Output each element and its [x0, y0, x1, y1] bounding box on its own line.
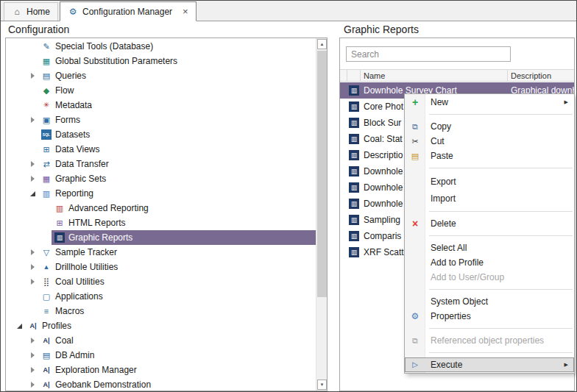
tree-item-content: ▤DB Admin: [38, 348, 316, 363]
tree-item-datasets[interactable]: SQLDatasets: [6, 127, 316, 142]
tab-configuration-manager[interactable]: ⚙ Configuration Manager ×: [60, 1, 197, 21]
tree-item-coal[interactable]: A|Coal: [6, 333, 316, 348]
tree-item-html-reports[interactable]: ⊞HTML Reports: [6, 215, 316, 230]
menu-item-label: Delete: [425, 218, 456, 229]
report-icon: ▥: [349, 247, 359, 257]
search-input[interactable]: [346, 46, 511, 62]
tree-expander-icon[interactable]: [26, 117, 38, 123]
menu-item-label: Select All: [425, 243, 467, 253]
tree-item-content: ▥Graphic Reports: [52, 230, 316, 245]
profile-icon: A|: [41, 365, 52, 375]
tree-item-graphic-sets[interactable]: ▦Graphic Sets: [6, 171, 316, 186]
profile-icon: A|: [41, 379, 52, 390]
tab-configuration-manager-label: Configuration Manager: [82, 7, 172, 17]
tree-expander-icon[interactable]: [26, 161, 38, 167]
tree-item-profiles[interactable]: A|Profiles: [6, 318, 316, 333]
tree-expander-icon[interactable]: [26, 367, 38, 373]
tree-item-content: ▢Applications: [38, 289, 316, 304]
tree-item-geobank-demonstration[interactable]: A|Geobank Demonstration: [6, 377, 316, 391]
menu-item-select-all[interactable]: Select All: [405, 240, 574, 255]
menu-item-import[interactable]: Import: [405, 190, 574, 207]
tab-home-label: Home: [26, 7, 50, 17]
tree-item-drillhole-utilities[interactable]: ▲Drillhole Utilities: [6, 260, 316, 274]
tree-expander-icon[interactable]: [26, 279, 38, 285]
close-icon[interactable]: ×: [183, 7, 188, 16]
global-subst-icon: ▦: [41, 56, 52, 66]
tree-scrollbar[interactable]: ▲ ▼: [316, 38, 327, 391]
tree-item-exploration-manager[interactable]: A|Exploration Manager: [6, 363, 316, 377]
tree-item-data-transfer[interactable]: ⇄Data Transfer: [6, 157, 316, 171]
menu-item-system-object[interactable]: System Object: [405, 294, 574, 309]
tree-expander-icon[interactable]: [26, 249, 38, 255]
tree-item-content: ▣Forms: [38, 113, 316, 127]
submenu-arrow-icon: ▶: [564, 99, 568, 105]
tree-item-sample-tracker[interactable]: ▽Sample Tracker: [6, 245, 316, 260]
tree-item-db-admin[interactable]: ▤DB Admin: [6, 348, 316, 363]
menu-paste-icon: ▤: [405, 152, 425, 160]
menu-separator: [429, 211, 573, 212]
tree-item-reporting[interactable]: ▥Reporting: [6, 186, 316, 201]
tree-item-content: A|Exploration Manager: [38, 363, 316, 377]
menu-item-cut[interactable]: ✂Cut: [405, 134, 574, 149]
tree-item-content: ✎Special Tools (Database): [38, 39, 316, 54]
wrench-icon: ⚙: [68, 7, 78, 17]
tree-item-label: Data Views: [55, 144, 99, 154]
macros-icon: ≡: [41, 306, 52, 316]
db-admin-icon: ▤: [41, 350, 52, 360]
tree-item-content: ▦Global Substitution Parameters: [38, 54, 316, 68]
tree-expander-icon[interactable]: [26, 264, 38, 270]
tree-item-graphic-reports[interactable]: ▥Graphic Reports: [6, 230, 316, 245]
menu-item-paste[interactable]: ▤Paste: [405, 149, 574, 163]
tree-expander-icon[interactable]: [26, 382, 38, 388]
tree-item-macros[interactable]: ≡Macros: [6, 304, 316, 318]
menu-item-new[interactable]: +New▶: [405, 95, 574, 110]
tree-item-advanced-reporting[interactable]: ▥Advanced Reporting: [6, 201, 316, 215]
tree-item-metadata[interactable]: ✳Metadata: [6, 98, 316, 113]
tree-item-content: ⊞Data Views: [38, 142, 316, 157]
tree-expander-icon[interactable]: [13, 324, 25, 329]
tree-expander-icon[interactable]: [26, 338, 38, 343]
scroll-down-button[interactable]: ▼: [317, 379, 327, 390]
tree-item-label: HTML Reports: [68, 218, 126, 228]
drillhole-icon: ▲: [41, 262, 52, 272]
menu-item-label: Add to User/Group: [425, 272, 504, 282]
scroll-up-button[interactable]: ▲: [317, 39, 327, 49]
tree-item-content: A|Geobank Demonstration: [38, 377, 316, 391]
menu-item-properties[interactable]: ⚙Properties: [405, 309, 574, 324]
datasets-icon: SQL: [41, 129, 52, 140]
tree-item-flow[interactable]: ◆Flow: [6, 83, 316, 98]
scrollbar-thumb[interactable]: [317, 51, 327, 297]
tree-item-global-substitution-parameters[interactable]: ▦Global Substitution Parameters: [6, 54, 316, 68]
menu-item-export[interactable]: Export: [405, 173, 574, 190]
configuration-tree: ✎Special Tools (Database)▦Global Substit…: [5, 38, 328, 391]
tab-home[interactable]: ⌂ Home: [4, 2, 58, 21]
tree-item-coal-utilities[interactable]: ⣿Coal Utilities: [6, 274, 316, 289]
tree-item-label: Exploration Manager: [55, 365, 137, 375]
tree-item-content: SQLDatasets: [38, 127, 316, 142]
tree-item-label: Datasets: [55, 129, 90, 140]
tree-expander-icon[interactable]: [26, 73, 38, 79]
tree-item-data-views[interactable]: ⊞Data Views: [6, 142, 316, 157]
row-icon-cell: ▥: [347, 215, 361, 225]
tree-item-label: Macros: [55, 306, 84, 316]
header-cell-description[interactable]: Description: [508, 70, 574, 81]
row-icon-cell: ▥: [347, 247, 361, 257]
menu-item-execute[interactable]: ▷Execute▶: [405, 357, 574, 372]
tree-item-label: Geobank Demonstration: [55, 379, 151, 390]
tree-expander-icon[interactable]: [26, 176, 38, 182]
header-cell-name[interactable]: Name: [361, 70, 508, 81]
tree-item-special-tools-database[interactable]: ✎Special Tools (Database): [6, 39, 316, 54]
tree-item-content: ✳Metadata: [38, 98, 316, 113]
menu-item-add-to-profile[interactable]: Add to Profile: [405, 255, 574, 270]
menu-item-delete[interactable]: ×Delete: [405, 216, 574, 231]
tree-item-queries[interactable]: ▤Queries: [6, 68, 316, 83]
tree-item-label: Forms: [55, 115, 80, 125]
tree-expander-icon[interactable]: [26, 191, 38, 196]
menu-separator: [429, 114, 573, 115]
tree-expander-icon[interactable]: [26, 352, 38, 358]
tree-item-applications[interactable]: ▢Applications: [6, 289, 316, 304]
menu-item-copy[interactable]: ⧉Copy: [405, 119, 574, 134]
row-icon-cell: ▥: [347, 101, 361, 112]
tree-item-forms[interactable]: ▣Forms: [6, 113, 316, 127]
header-cell-blank: [340, 70, 347, 81]
